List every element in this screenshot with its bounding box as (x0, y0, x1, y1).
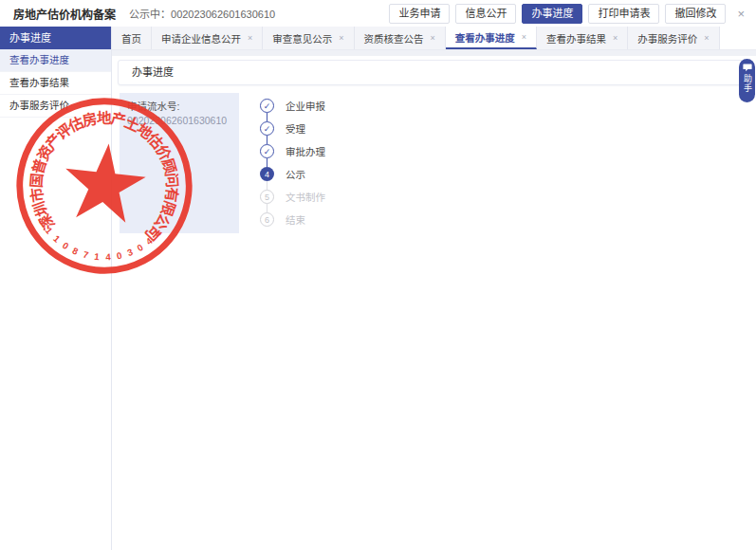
tab-label: 首页 (121, 31, 141, 46)
step-number-icon: 4 (260, 167, 274, 181)
step-label: 结束 (286, 212, 305, 227)
tab-bar: 首页 申请企业信息公开 × 审查意见公示 × 资质核查公告 × 查看办事进度 × (112, 27, 756, 50)
chat-bubble-icon (743, 64, 752, 72)
check-circle-icon: ✓ (260, 121, 274, 136)
step-number-icon: 5 (260, 190, 274, 204)
step-finish: 6 结束 (260, 212, 325, 227)
sidebar-header: 办事进度 (0, 27, 111, 49)
body: 办事进度 查看办事进度 查看办事结果 办事服务评价 首页 申请企业信息公开 × … (0, 27, 756, 550)
tab-label: 资质核查公告 (364, 31, 424, 46)
step-connector (267, 113, 267, 121)
check-circle-icon: ✓ (260, 144, 274, 158)
close-icon[interactable]: × (737, 8, 745, 20)
app-window: 房地产估价机构备案 公示中：002023062601630610 业务申请 信息… (0, 0, 756, 550)
step-publicity: 4 公示 (260, 167, 325, 190)
tab-home[interactable]: 首页 (112, 27, 152, 49)
step-label: 审批办理 (286, 144, 325, 158)
step-label: 受理 (286, 121, 305, 136)
status-prefix: 公示中： (129, 9, 171, 20)
tab-label: 查看办事进度 (455, 30, 515, 45)
print-application-button[interactable]: 打印申请表 (588, 4, 659, 24)
serial-number-value: 002023062601630610 (127, 114, 231, 128)
tab-service-rating[interactable]: 办事服务评价 × (628, 27, 719, 49)
progress-steps: ✓ 企业申报 ✓ 受理 ✓ (260, 93, 325, 233)
step-connector (267, 136, 267, 144)
tab-gap-strip (112, 50, 756, 56)
withdraw-modify-button[interactable]: 撤回修改 (665, 4, 726, 24)
step-enterprise-declaration: ✓ 企业申报 (260, 99, 325, 121)
assistant-button[interactable]: 助手 (739, 59, 755, 102)
serial-number-card: 申请流水号: 002023062601630610 (120, 93, 239, 233)
tab-label: 查看办事结果 (546, 31, 606, 46)
step-connector (267, 181, 267, 190)
tab-close-icon[interactable]: × (613, 33, 618, 43)
tab-view-result[interactable]: 查看办事结果 × (537, 27, 628, 49)
tab-qualification-notice[interactable]: 资质核查公告 × (355, 27, 446, 49)
tab-company-info-disclosure[interactable]: 申请企业信息公开 × (152, 27, 263, 49)
tab-close-icon[interactable]: × (431, 33, 435, 43)
step-connector (267, 204, 267, 212)
serial-number-label: 申请流水号: (127, 100, 231, 114)
sidebar: 办事进度 查看办事进度 查看办事结果 办事服务评价 (0, 27, 112, 550)
sidebar-item-view-progress[interactable]: 查看办事进度 (0, 49, 111, 72)
main-panel: 首页 申请企业信息公开 × 审查意见公示 × 资质核查公告 × 查看办事进度 × (112, 27, 756, 550)
publicity-status: 公示中：002023062601630610 (129, 6, 275, 21)
info-disclosure-button[interactable]: 信息公开 (455, 4, 516, 24)
step-acceptance: ✓ 受理 (260, 121, 325, 144)
business-apply-button[interactable]: 业务申请 (389, 4, 450, 24)
step-label: 公示 (286, 167, 305, 181)
step-document-making: 5 文书制作 (260, 190, 325, 212)
breadcrumb: 办事进度 (118, 60, 750, 85)
tab-close-icon[interactable]: × (704, 33, 709, 43)
assistant-label: 助手 (743, 74, 751, 93)
status-serial-number: 002023062601630610 (171, 9, 275, 20)
tab-close-icon[interactable]: × (522, 32, 526, 42)
tab-review-opinion[interactable]: 审查意见公示 × (263, 27, 354, 49)
check-circle-icon: ✓ (260, 99, 274, 113)
top-header: 房地产估价机构备案 公示中：002023062601630610 业务申请 信息… (0, 0, 756, 27)
step-connector (267, 158, 267, 167)
step-approval-handling: ✓ 审批办理 (260, 144, 325, 167)
tab-view-progress[interactable]: 查看办事进度 × (446, 27, 537, 49)
step-label: 文书制作 (286, 190, 325, 204)
step-number-icon: 6 (260, 212, 274, 227)
step-label: 企业申报 (286, 99, 325, 113)
sidebar-item-view-result[interactable]: 查看办事结果 (0, 72, 111, 95)
tab-label: 办事服务评价 (637, 31, 697, 46)
progress-content: 申请流水号: 002023062601630610 ✓ 企业申报 ✓ (112, 89, 756, 233)
app-title: 房地产估价机构备案 (13, 6, 116, 22)
progress-button[interactable]: 办事进度 (522, 4, 582, 24)
tab-label: 申请企业信息公开 (161, 31, 241, 46)
tab-close-icon[interactable]: × (339, 33, 343, 43)
sidebar-item-service-rating[interactable]: 办事服务评价 (0, 95, 111, 118)
tab-close-icon[interactable]: × (248, 33, 252, 43)
tab-label: 审查意见公示 (272, 31, 332, 46)
